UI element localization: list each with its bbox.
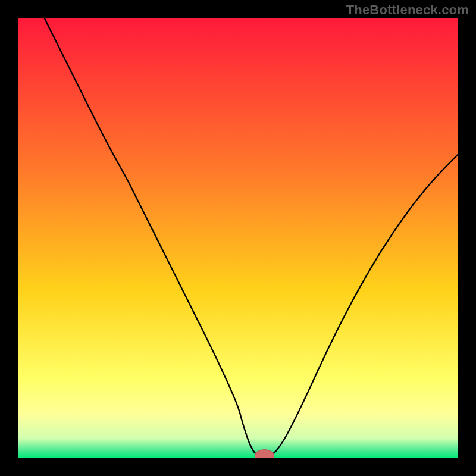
- plot-area: [18, 18, 458, 458]
- chart-frame: TheBottleneck.com: [0, 0, 476, 476]
- plot-svg: [18, 18, 458, 458]
- gradient-background: [18, 18, 458, 458]
- watermark-text: TheBottleneck.com: [346, 2, 469, 18]
